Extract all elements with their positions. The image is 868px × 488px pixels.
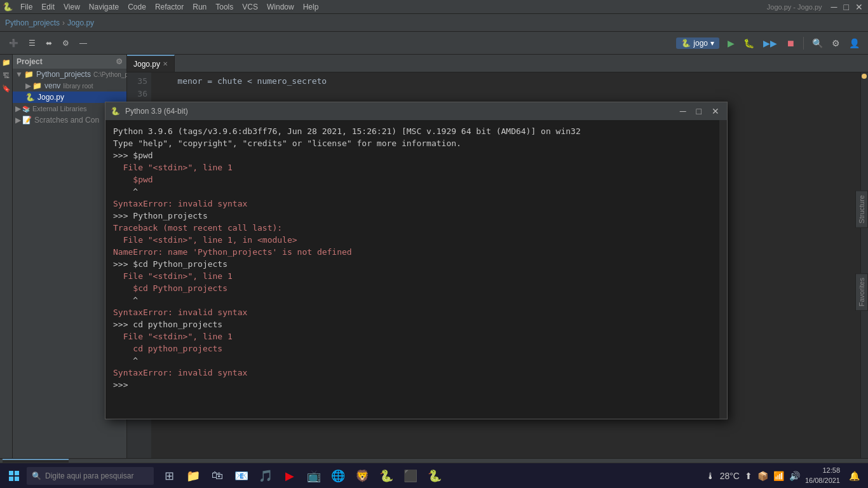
tray-up-arrow[interactable]: ⬆ <box>745 471 752 481</box>
store-icon[interactable]: 🛍 <box>206 464 229 487</box>
stop-button[interactable]: ⏹ <box>783 37 798 50</box>
console-line-1: Type "help", "copyright", "credits" or "… <box>113 137 712 149</box>
pycharm-icon[interactable]: 🐍 <box>375 464 398 487</box>
run-config[interactable]: 🐍 jogo ▾ <box>676 37 719 49</box>
menu-bar: 🐍 File Edit View Navigate Code Refactor … <box>0 0 868 14</box>
structure-tab[interactable]: Structure <box>855 191 868 228</box>
search-btn[interactable]: 🔍 <box>809 37 826 50</box>
popup-content[interactable]: Python 3.9.6 (tags/v3.9.6:db3ff76, Jun 2… <box>105 120 719 419</box>
menu-view[interactable]: View <box>60 1 84 13</box>
project-icon[interactable]: 📁 <box>1 57 12 68</box>
breadcrumb-sep: › <box>62 18 65 27</box>
popup-scrollbar[interactable] <box>719 120 727 419</box>
side-icon-strip: 📁 🏗 🔖 <box>0 55 13 458</box>
chevron-down-icon: ▾ <box>710 39 714 48</box>
svg-rect-3 <box>15 477 19 481</box>
warning-indicator <box>862 74 867 79</box>
console-line-18: cd python_projects <box>113 342 712 355</box>
menu-tools[interactable]: Tools <box>212 1 237 13</box>
close-button[interactable]: ✕ <box>853 2 865 12</box>
tray-network-icon[interactable]: 📶 <box>773 471 784 481</box>
taskbar-clock[interactable]: 12:58 16/08/2021 <box>805 466 840 485</box>
start-button[interactable] <box>3 464 25 487</box>
console-line-5: ^ <box>113 186 712 198</box>
tab-close-icon[interactable]: ✕ <box>163 60 168 67</box>
toolbar: ➕ ☰ ⬌ ⚙ — 🐍 jogo ▾ ▶ 🐛 ▶▶ ⏹ 🔍 ⚙ 👤 <box>0 32 868 55</box>
menu-window[interactable]: Window <box>263 1 298 13</box>
brave-icon[interactable]: 🦁 <box>351 464 374 487</box>
toolbar-collapse-btn[interactable]: — <box>76 37 91 49</box>
account-btn[interactable]: 👤 <box>846 37 863 50</box>
project-settings-icon[interactable]: ⚙ <box>116 57 123 66</box>
console-line-11: >>> $cd Python_projects <box>113 258 712 270</box>
popup-close-btn[interactable]: ✕ <box>709 106 722 116</box>
console-line-19: ^ <box>113 355 712 367</box>
run-config-label: jogo <box>693 39 708 48</box>
taskbar: 🔍 Digite aqui para pesquisar ⊞ 📁 🛍 📧 🎵 ▶… <box>0 463 868 488</box>
ext-lib-label: External Libraries <box>32 105 87 112</box>
run-button[interactable]: ▶ <box>724 37 738 50</box>
toolbar-split-btn[interactable]: ⬌ <box>42 37 56 49</box>
debug-button[interactable]: 🐛 <box>740 37 757 50</box>
popup-minimize-btn[interactable]: ─ <box>677 106 689 116</box>
tree-root[interactable]: ▼ 📁 Python_projects C:\Python_projects <box>13 69 126 80</box>
menu-code[interactable]: Code <box>124 1 150 13</box>
tree-venv[interactable]: ▶ 📁 venv library root <box>13 80 126 92</box>
menu-help[interactable]: Help <box>299 1 323 13</box>
popup-maximize-btn[interactable]: □ <box>694 106 704 116</box>
taskbar-pinned-icons: ⊞ 📁 🛍 📧 🎵 ▶ 📺 🌐 🦁 🐍 ⬛ 🐍 <box>158 464 446 487</box>
netflix-icon[interactable]: ▶ <box>278 464 301 487</box>
svg-rect-1 <box>15 471 19 475</box>
settings-gear-btn[interactable]: ⚙ <box>829 37 843 50</box>
venv-suffix: library root <box>63 83 93 90</box>
structure-icon[interactable]: 🏗 <box>1 71 11 81</box>
python-icon-taskbar[interactable]: 🐍 <box>423 464 446 487</box>
popup-titlebar: 🐍 Python 3.9 (64-bit) ─ □ ✕ <box>105 102 727 120</box>
breadcrumb-project[interactable]: Python_projects <box>5 18 60 27</box>
console-line-14: ^ <box>113 294 712 306</box>
tray-weather-icon[interactable]: 🌡 <box>706 471 715 481</box>
run-with-coverage-btn[interactable]: ▶▶ <box>760 37 780 50</box>
search-icon: 🔍 <box>32 471 41 480</box>
task-view-icon[interactable]: ⊞ <box>158 464 180 487</box>
menu-vcs[interactable]: VCS <box>238 1 262 13</box>
code-line-35: menor = chute < numero_secreto <box>158 75 854 88</box>
console-line-8: Traceback (most recent call last): <box>113 222 712 234</box>
spotify-icon[interactable]: 🎵 <box>254 464 277 487</box>
toolbar-list-btn[interactable]: ☰ <box>25 37 39 49</box>
menu-edit[interactable]: Edit <box>37 1 58 13</box>
minimize-button[interactable]: ─ <box>829 2 840 12</box>
notification-center-icon[interactable]: 🔔 <box>845 464 863 487</box>
console-line-17: File "<stdin>", line 1 <box>113 330 712 342</box>
chrome-icon[interactable]: 🌐 <box>327 464 349 487</box>
file-explorer-icon[interactable]: 📁 <box>182 464 205 487</box>
menu-file[interactable]: File <box>17 1 36 13</box>
console-line-13: $cd Python_projects <box>113 282 712 294</box>
terminal-icon-taskbar[interactable]: ⬛ <box>399 464 422 487</box>
folder-icon: 📁 <box>24 70 34 79</box>
python-console-popup: 🐍 Python 3.9 (64-bit) ─ □ ✕ Python 3.9.6… <box>105 102 728 419</box>
toolbar-add-btn[interactable]: ➕ <box>5 37 22 49</box>
tray-dropbox-icon[interactable]: 📦 <box>757 471 768 481</box>
console-line-21: >>> <box>113 379 712 391</box>
expand-icon: ▼ <box>15 70 23 79</box>
menu-refactor[interactable]: Refactor <box>151 1 187 13</box>
breadcrumb-file[interactable]: Jogo.py <box>67 18 94 27</box>
tab-jogo[interactable]: Jogo.py ✕ <box>127 55 175 72</box>
taskbar-search[interactable]: 🔍 Digite aqui para pesquisar <box>27 467 154 485</box>
favorites-tab[interactable]: Favorites <box>855 273 868 311</box>
console-line-6: SyntaxError: invalid syntax <box>113 198 712 210</box>
window-title: Jogo.py - Jogo.py <box>767 3 822 11</box>
mail-icon[interactable]: 📧 <box>230 464 253 487</box>
toolbar-settings-btn[interactable]: ⚙ <box>58 37 73 49</box>
bookmarks-icon[interactable]: 🔖 <box>1 83 12 94</box>
popup-title: Python 3.9 (64-bit) <box>125 107 396 116</box>
app-logo: 🐍 <box>3 2 13 11</box>
menu-run[interactable]: Run <box>189 1 210 13</box>
scratches-icon: 📝 <box>22 116 32 125</box>
tray-sound-icon[interactable]: 🔊 <box>789 471 800 481</box>
maximize-button[interactable]: □ <box>841 2 851 12</box>
ext-lib-icon: 📚 <box>22 105 30 112</box>
menu-navigate[interactable]: Navigate <box>85 1 123 13</box>
prime-video-icon[interactable]: 📺 <box>302 464 325 487</box>
